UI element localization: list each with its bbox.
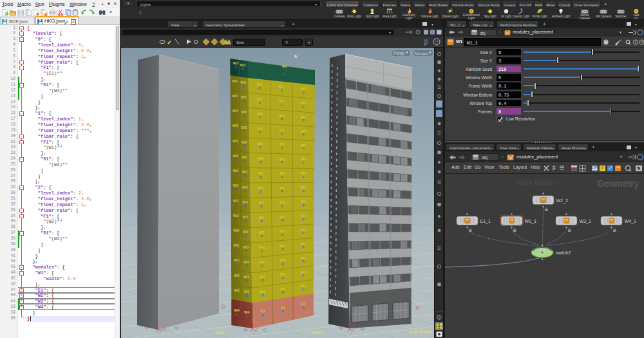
svg-text:S: S (235, 277, 238, 281)
svg-text:F: F (302, 189, 305, 193)
svg-text:F: F (302, 118, 305, 122)
svg-text:Indie Edition: Indie Edition (516, 178, 558, 186)
svg-text:F: F (302, 306, 305, 310)
svg-text:?: ? (435, 40, 438, 44)
svg-text:»: » (109, 10, 112, 14)
svg-text:F: F (281, 117, 283, 121)
svg-text:F: F (282, 310, 285, 314)
svg-text:S: S (234, 98, 236, 102)
svg-text:E1_1: E1_1 (480, 219, 491, 224)
svg-text:S: S (245, 263, 247, 267)
svg-text:S: S (244, 203, 247, 207)
svg-text:F: F (302, 274, 305, 277)
svg-text:F: F (283, 72, 285, 76)
svg-text:x: x (162, 326, 163, 330)
svg-text:No cam: No cam (415, 51, 428, 55)
svg-text:S: S (242, 99, 245, 103)
svg-text:S: S (243, 144, 245, 147)
svg-text:W2_2: W2_2 (556, 198, 568, 203)
svg-text:S: S (235, 262, 238, 266)
svg-text:Persp: Persp (393, 51, 404, 56)
svg-text:F: F (303, 105, 305, 109)
svg-text:W4_1: W4_1 (625, 219, 636, 224)
svg-text:switch2: switch2 (556, 250, 571, 255)
svg-text:S: S (243, 129, 245, 133)
svg-text:W2: W2 (282, 64, 287, 68)
svg-text:F: F (281, 146, 283, 150)
svg-text:F: F (260, 220, 263, 223)
svg-text:F: F (281, 262, 284, 266)
svg-text:S: S (234, 65, 237, 69)
svg-text:z: z (350, 332, 352, 335)
svg-text:F: F (302, 288, 305, 292)
svg-text:S: S (245, 249, 247, 252)
svg-text:x: x (354, 326, 355, 330)
svg-text:F: F (280, 103, 283, 107)
svg-text:F: F (261, 279, 264, 283)
svg-text:F: F (302, 161, 305, 165)
svg-text:F: F (281, 189, 283, 193)
svg-text:S: S (242, 84, 245, 88)
svg-text:F: F (302, 133, 305, 136)
svg-text:y: y (348, 322, 349, 325)
svg-text:W4: W4 (244, 310, 250, 314)
svg-text:S: S (234, 142, 236, 146)
svg-text:S: S (234, 158, 237, 162)
svg-text:S: S (234, 202, 237, 206)
svg-text:F: F (302, 203, 305, 207)
svg-text:F: F (260, 146, 262, 149)
svg-text:z: z (158, 332, 160, 335)
svg-text:F: F (302, 175, 305, 179)
svg-text:F: F (281, 175, 283, 179)
svg-text:S: S (236, 313, 238, 317)
svg-text:S: S (245, 314, 248, 318)
svg-text:S: S (245, 279, 248, 283)
svg-text:F: F (281, 204, 284, 208)
svg-text:S: S (234, 187, 237, 191)
svg-text:S: S (244, 189, 247, 192)
svg-text:S: S (245, 294, 248, 297)
svg-text:F: F (303, 91, 305, 95)
svg-text:W4: W4 (234, 308, 240, 312)
svg-text:F: F (280, 88, 283, 92)
svg-text:S: S (235, 247, 238, 251)
svg-text:S: S (235, 232, 238, 236)
svg-text:F: F (282, 290, 285, 294)
svg-text:F: F (281, 233, 284, 237)
svg-text:F: F (261, 249, 263, 253)
svg-text:F: F (260, 175, 262, 179)
svg-text:x: x (257, 326, 258, 330)
svg-text:Geometry: Geometry (597, 178, 639, 189)
svg-text:S: S (242, 67, 244, 71)
svg-text:F: F (260, 160, 262, 164)
svg-text:F: F (302, 245, 305, 249)
svg-text:z: z (254, 332, 255, 335)
svg-text:F: F (302, 259, 305, 263)
svg-text:F: F (259, 131, 261, 135)
svg-text:F: F (259, 116, 261, 120)
svg-text:F: F (281, 218, 284, 222)
svg-text:S: S (234, 127, 236, 131)
svg-text:W1_1: W1_1 (525, 219, 536, 224)
svg-text:S: S (245, 234, 247, 238)
svg-text:S: S (235, 217, 238, 221)
svg-text:F: F (261, 294, 264, 297)
svg-text:E1: E1 (301, 302, 305, 306)
svg-text:F: F (281, 160, 283, 164)
svg-text:y: y (251, 322, 252, 325)
svg-text:F: F (261, 234, 263, 238)
svg-text:y: y (156, 322, 157, 325)
svg-text:E1: E1 (261, 309, 265, 313)
svg-text:F: F (302, 218, 305, 221)
svg-text:S: S (243, 159, 246, 163)
svg-text:F: F (302, 147, 305, 151)
svg-text:S: S (234, 173, 237, 176)
svg-text:F: F (260, 190, 263, 194)
svg-text:F: F (261, 314, 264, 317)
svg-text:W3_1: W3_1 (580, 219, 591, 224)
svg-text:S: S (234, 82, 236, 86)
svg-text:F: F (302, 231, 305, 235)
svg-text:S: S (244, 219, 247, 223)
svg-text:Indie Editio: Indie Editio (410, 330, 432, 334)
svg-text:F: F (258, 101, 261, 105)
